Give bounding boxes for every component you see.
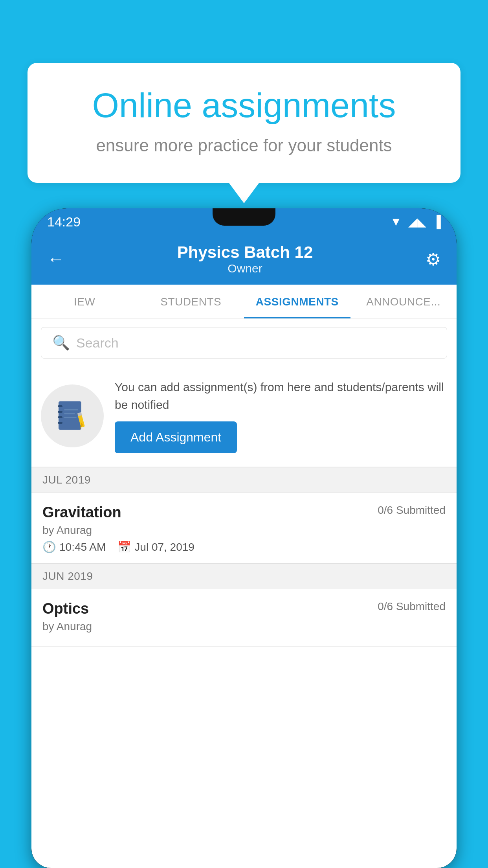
notebook-icon (55, 398, 90, 434)
month-separator-jun: JUN 2019 (31, 563, 457, 589)
speech-title: Online assignments (59, 86, 429, 125)
tab-students[interactable]: STUDENTS (138, 285, 244, 318)
time-value: 10:45 AM (59, 541, 106, 554)
calendar-icon: 📅 (117, 541, 131, 554)
status-icons: ▼ ◢◣ ▐ (390, 215, 441, 229)
search-bar[interactable]: 🔍 Search (41, 327, 447, 359)
svg-rect-3 (58, 416, 62, 418)
wifi-icon: ▼ (390, 215, 402, 228)
search-container: 🔍 Search (31, 319, 457, 366)
assignment-by-optics: by Anurag (42, 620, 446, 633)
header-subtitle: Owner (177, 262, 313, 275)
svg-rect-5 (64, 409, 78, 410)
app-header: ← Physics Batch 12 Owner ⚙ (31, 235, 457, 285)
assignment-time: 🕐 10:45 AM (42, 541, 106, 554)
tab-announcements[interactable]: ANNOUNCE... (350, 285, 457, 318)
phone-frame: 14:29 ▼ ◢◣ ▐ ← Physics Batch 12 Owner ⚙ … (31, 208, 457, 868)
search-icon: 🔍 (52, 335, 70, 351)
header-center: Physics Batch 12 Owner (177, 243, 313, 275)
svg-rect-6 (64, 413, 75, 414)
svg-rect-2 (58, 411, 62, 413)
assignment-item-gravitation[interactable]: Gravitation 0/6 Submitted by Anurag 🕐 10… (31, 493, 457, 563)
page-title: Physics Batch 12 (177, 243, 313, 262)
clock-icon: 🕐 (42, 541, 56, 554)
phone-notch (213, 208, 275, 226)
phone-screen: 14:29 ▼ ◢◣ ▐ ← Physics Batch 12 Owner ⚙ … (31, 208, 457, 868)
tabs-bar: IEW STUDENTS ASSIGNMENTS ANNOUNCE... (31, 285, 457, 319)
speech-bubble: Online assignments ensure more practice … (28, 63, 460, 183)
assignment-title: Gravitation (42, 504, 121, 521)
month-separator-jul: JUL 2019 (31, 467, 457, 493)
svg-rect-7 (64, 417, 77, 418)
settings-icon[interactable]: ⚙ (426, 249, 441, 269)
add-assignment-right: You can add assignment(s) from here and … (115, 378, 447, 453)
assignment-submitted-optics: 0/6 Submitted (378, 600, 446, 613)
svg-rect-4 (58, 422, 62, 424)
signal-icon: ◢◣ (408, 215, 426, 229)
speech-bubble-container: Online assignments ensure more practice … (28, 63, 460, 183)
assignment-date: 📅 Jul 07, 2019 (117, 541, 194, 554)
assignment-title-optics: Optics (42, 600, 89, 617)
assignment-submitted: 0/6 Submitted (378, 504, 446, 517)
notebook-icon-circle (41, 384, 104, 447)
assignment-meta: 🕐 10:45 AM 📅 Jul 07, 2019 (42, 541, 446, 554)
date-value: Jul 07, 2019 (134, 541, 194, 554)
assignment-header-optics: Optics 0/6 Submitted (42, 600, 446, 617)
svg-rect-1 (58, 405, 62, 407)
back-button[interactable]: ← (47, 249, 64, 269)
tab-iew[interactable]: IEW (31, 285, 138, 318)
speech-subtitle: ensure more practice for your students (59, 136, 429, 155)
add-assignment-description: You can add assignment(s) from here and … (115, 378, 447, 414)
add-assignment-section: You can add assignment(s) from here and … (31, 366, 457, 467)
assignment-by: by Anurag (42, 524, 446, 537)
screen-body: 🔍 Search (31, 319, 457, 868)
battery-icon: ▐ (433, 215, 441, 228)
assignment-header: Gravitation 0/6 Submitted (42, 504, 446, 521)
status-time: 14:29 (47, 214, 81, 230)
add-assignment-button[interactable]: Add Assignment (115, 421, 237, 453)
tab-assignments[interactable]: ASSIGNMENTS (244, 285, 350, 318)
search-placeholder: Search (76, 335, 119, 351)
assignment-item-optics[interactable]: Optics 0/6 Submitted by Anurag (31, 589, 457, 647)
